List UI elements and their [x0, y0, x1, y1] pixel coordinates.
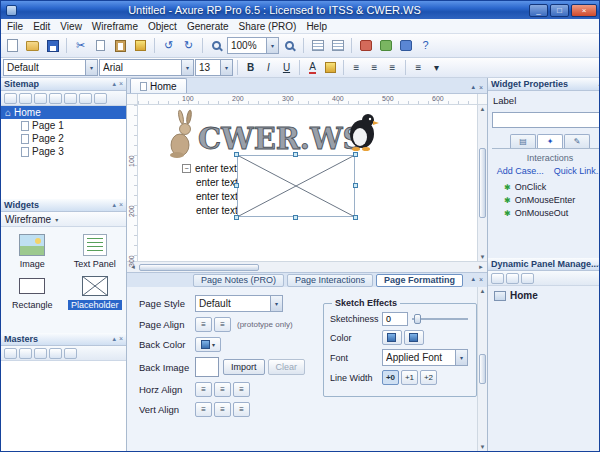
move-down-button[interactable] [49, 93, 62, 104]
collapse-panel-icon[interactable]: ▴ [112, 80, 116, 88]
menu-file[interactable]: File [2, 19, 28, 34]
event-onmouseout[interactable]: ✱ OnMouseOut [492, 207, 600, 220]
redo-button[interactable]: ↻ [179, 36, 198, 55]
selection-handle-ne[interactable] [353, 152, 358, 157]
sketchiness-slider[interactable] [412, 314, 470, 324]
scroll-right-icon[interactable]: ► [478, 264, 484, 270]
selection-handle-se[interactable] [353, 215, 358, 220]
tab-interactions[interactable]: ✦ [537, 134, 563, 148]
menu-object[interactable]: Object [143, 19, 182, 34]
scroll-down-icon[interactable]: ▼ [480, 444, 486, 450]
selection-handle-e[interactable] [353, 183, 358, 188]
canvas-vertical-scrollbar[interactable]: ▲ ▼ [477, 105, 487, 261]
move-master-up-button[interactable] [34, 348, 47, 359]
move-master-down-button[interactable] [49, 348, 62, 359]
help-button[interactable]: ? [416, 36, 435, 55]
scroll-up-icon[interactable]: ▲ [480, 106, 486, 112]
page-style-select[interactable]: Default ▾ [195, 295, 283, 312]
delete-state-button[interactable] [521, 273, 534, 284]
selection-handle-w[interactable] [234, 183, 239, 188]
guides-button[interactable] [328, 36, 347, 55]
back-image-preview[interactable] [195, 357, 219, 377]
footnotes-button[interactable] [356, 36, 375, 55]
selection-handle-sw[interactable] [234, 215, 239, 220]
event-onclick[interactable]: ✱ OnClick [492, 181, 600, 194]
vert-align-middle-button[interactable]: ≡ [214, 402, 231, 417]
tab-page-interactions[interactable]: Page Interactions [287, 274, 373, 287]
menu-edit[interactable]: Edit [28, 19, 55, 34]
copy-button[interactable] [91, 36, 110, 55]
import-button[interactable]: Import [223, 359, 265, 375]
selection-handle-n[interactable] [293, 152, 298, 157]
sitemap-item-page1[interactable]: Page 1 [1, 119, 126, 132]
move-state-up-button[interactable] [506, 273, 519, 284]
zoom-select[interactable]: 100% ▾ [227, 37, 279, 54]
vert-align-top-button[interactable]: ≡ [195, 402, 212, 417]
more-format-button[interactable]: ▾ [428, 60, 445, 76]
underline-button[interactable]: U [278, 60, 295, 76]
sketch-color-gray-button[interactable] [382, 330, 402, 345]
align-center-button[interactable]: ≡ [366, 60, 383, 76]
close-panel-icon[interactable]: × [119, 80, 123, 88]
page-align-center-button[interactable]: ≡ [214, 317, 231, 332]
paste-button[interactable] [111, 36, 130, 55]
page-align-left-button[interactable]: ≡ [195, 317, 212, 332]
menu-view[interactable]: View [55, 19, 87, 34]
widget-placeholder[interactable]: Placeholder [64, 273, 127, 310]
add-master-button[interactable] [4, 348, 17, 359]
bullet-list-button[interactable]: ≡ [410, 60, 427, 76]
widget-label-input[interactable] [492, 112, 600, 128]
style-select[interactable]: Default ▾ [3, 59, 98, 76]
italic-button[interactable]: I [260, 60, 277, 76]
design-canvas[interactable]: CWER.WS − [138, 105, 477, 261]
vert-align-bottom-button[interactable]: ≡ [233, 402, 250, 417]
selection-handle-s[interactable] [293, 215, 298, 220]
scrollbar-thumb[interactable] [479, 354, 486, 384]
collapse-panel-icon[interactable]: ▴ [471, 83, 475, 91]
sitemap-item-home[interactable]: ⌂ Home [1, 106, 126, 119]
open-button[interactable] [23, 36, 42, 55]
format-painter-button[interactable] [131, 36, 150, 55]
event-onmouseenter[interactable]: ✱ OnMouseEnter [492, 194, 600, 207]
cut-button[interactable]: ✂ [71, 36, 90, 55]
fill-color-button[interactable] [322, 60, 339, 76]
close-panel-icon[interactable]: × [479, 84, 483, 91]
line-width-1-button[interactable]: +1 [401, 370, 418, 385]
line-width-2-button[interactable]: +2 [420, 370, 437, 385]
indent-page-button[interactable] [64, 93, 77, 104]
collapse-panel-icon[interactable]: ▴ [112, 335, 116, 343]
sketch-font-select[interactable]: Applied Font ▾ [382, 349, 468, 366]
scroll-up-icon[interactable]: ▲ [480, 288, 486, 294]
sketchiness-value[interactable]: 0 [382, 312, 408, 326]
align-left-button[interactable]: ≡ [348, 60, 365, 76]
dynamic-panel-page-home[interactable]: Home [488, 286, 600, 301]
save-button[interactable] [43, 36, 62, 55]
generate-spec-button[interactable] [396, 36, 415, 55]
grid-button[interactable] [308, 36, 327, 55]
add-page-button[interactable] [4, 93, 17, 104]
horz-align-center-button[interactable]: ≡ [214, 382, 231, 397]
maximize-button[interactable]: □ [550, 4, 569, 17]
menu-generate[interactable]: Generate [182, 19, 234, 34]
sketch-color-blue-button[interactable] [404, 330, 424, 345]
delete-page-button[interactable] [94, 93, 107, 104]
menu-wireframe[interactable]: Wireframe [87, 19, 143, 34]
selection-handle-nw[interactable] [234, 152, 239, 157]
menu-share[interactable]: Share (PRO) [234, 19, 302, 34]
add-panel-state-button[interactable] [491, 273, 504, 284]
back-color-picker[interactable]: ▾ [195, 337, 221, 352]
menu-help[interactable]: Help [301, 19, 332, 34]
new-button[interactable] [3, 36, 22, 55]
outdent-page-button[interactable] [79, 93, 92, 104]
scroll-down-icon[interactable]: ▼ [480, 254, 486, 260]
sitemap-item-page3[interactable]: Page 3 [1, 145, 126, 158]
line-width-0-button[interactable]: +0 [382, 370, 399, 385]
tab-annotations[interactable]: ▤ [510, 134, 536, 148]
add-case-link[interactable]: Add Case... [497, 166, 544, 176]
add-master-folder-button[interactable] [19, 348, 32, 359]
generate-prototype-button[interactable] [376, 36, 395, 55]
font-select[interactable]: Arial ▾ [99, 59, 194, 76]
close-panel-icon[interactable]: × [119, 201, 123, 209]
canvas-horizontal-scrollbar[interactable]: ◄ ► [127, 261, 487, 272]
scrollbar-thumb[interactable] [479, 148, 486, 218]
